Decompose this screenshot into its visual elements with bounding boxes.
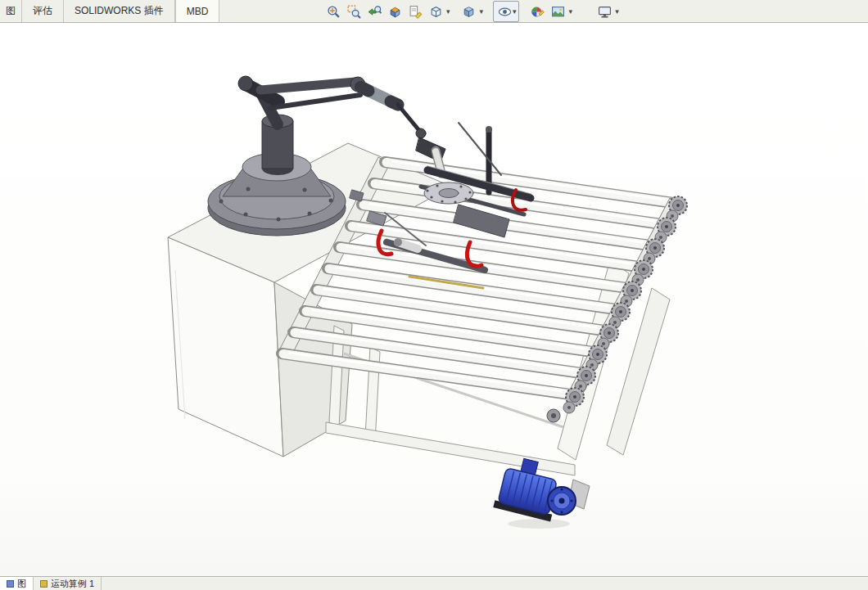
model-tab-icon bbox=[7, 580, 14, 588]
command-tabs: 图 评估 SOLIDWORKS 插件 MBD bbox=[0, 0, 219, 22]
tab-motion-study-1[interactable]: 运动算例 1 bbox=[34, 577, 102, 590]
hide-show-items-dropdown[interactable]: ▾ bbox=[513, 8, 517, 16]
view-orientation-icon[interactable] bbox=[427, 2, 445, 20]
command-manager-bar: 图 评估 SOLIDWORKS 插件 MBD bbox=[0, 0, 868, 23]
previous-view-icon[interactable] bbox=[365, 2, 383, 20]
display-style-dropdown[interactable]: ▾ bbox=[480, 8, 484, 16]
view-orientation-dropdown[interactable]: ▾ bbox=[446, 8, 450, 16]
section-view-icon[interactable] bbox=[386, 2, 404, 20]
apply-scene-icon[interactable] bbox=[549, 2, 567, 20]
tab-evaluate[interactable]: 评估 bbox=[22, 0, 64, 22]
dynamic-annotation-views-icon[interactable] bbox=[406, 2, 424, 20]
view-settings-icon[interactable] bbox=[595, 2, 613, 20]
cad-model[interactable] bbox=[0, 23, 868, 576]
edit-appearance-icon[interactable] bbox=[529, 2, 547, 20]
motion-manager-bar: 图 运动算例 1 bbox=[0, 576, 868, 590]
motion-study-icon bbox=[40, 580, 47, 588]
apply-scene-dropdown[interactable]: ▾ bbox=[569, 8, 573, 16]
display-style-icon[interactable] bbox=[460, 2, 478, 20]
model-tab-label: 图 bbox=[17, 578, 26, 590]
hide-show-items-icon[interactable] bbox=[495, 2, 513, 20]
graphics-viewport[interactable] bbox=[0, 23, 868, 576]
hide-show-items-group: ▾ bbox=[493, 1, 519, 22]
tab-mbd[interactable]: MBD bbox=[175, 0, 220, 22]
motion-study-label: 运动算例 1 bbox=[51, 578, 94, 590]
tab-model[interactable]: 图 bbox=[0, 577, 34, 590]
zoom-to-fit-icon[interactable] bbox=[324, 2, 342, 20]
view-settings-dropdown[interactable]: ▾ bbox=[615, 8, 619, 16]
tab-solidworks-addins[interactable]: SOLIDWORKS 插件 bbox=[64, 0, 175, 22]
tab-sketch-partial[interactable]: 图 bbox=[0, 0, 22, 22]
zoom-to-area-icon[interactable] bbox=[345, 2, 363, 20]
headsup-view-toolbar: ▾ ▾ ▾ bbox=[324, 2, 619, 21]
